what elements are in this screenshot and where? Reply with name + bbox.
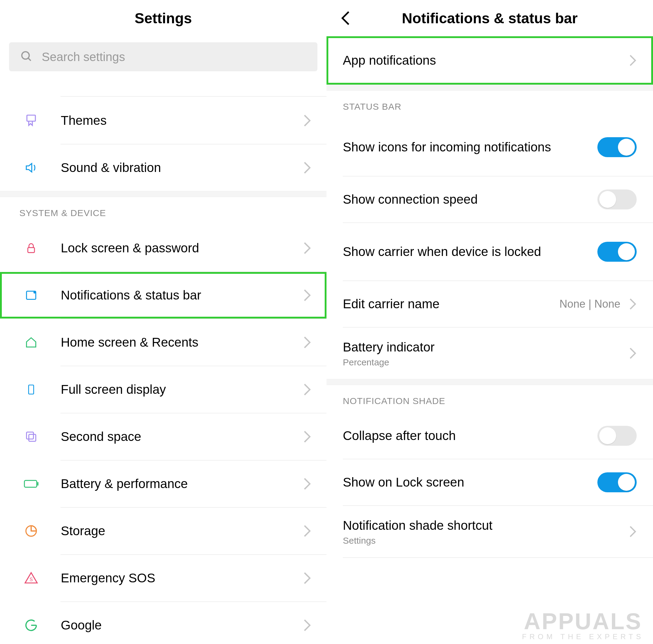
notification-bar-icon xyxy=(23,288,40,302)
chevron-right-icon xyxy=(303,336,311,349)
row-edit-carrier[interactable]: Edit carrier name None | None xyxy=(326,281,653,327)
toggle-switch[interactable] xyxy=(597,472,637,492)
settings-row-sound[interactable]: Sound & vibration xyxy=(0,145,326,191)
title-bar: Settings xyxy=(0,0,326,36)
page-title: Notifications & status bar xyxy=(402,10,577,27)
chevron-right-icon xyxy=(629,525,637,538)
chevron-right-icon xyxy=(303,242,311,255)
svg-rect-6 xyxy=(29,385,34,394)
svg-rect-9 xyxy=(24,480,37,487)
row-label: Home screen & Recents xyxy=(61,335,303,350)
chevron-right-icon xyxy=(303,114,311,127)
row-label: Edit carrier name xyxy=(343,296,560,312)
warning-icon: S xyxy=(23,571,40,585)
settings-row-storage[interactable]: Storage xyxy=(0,508,326,554)
chevron-right-icon xyxy=(303,524,311,538)
themes-icon xyxy=(23,113,40,128)
storage-icon xyxy=(23,524,40,538)
row-show-carrier[interactable]: Show carrier when device is locked xyxy=(326,223,653,280)
toggle-switch[interactable] xyxy=(597,137,637,157)
toggle-switch[interactable] xyxy=(597,426,637,446)
row-label: Notification shade shortcut xyxy=(343,517,629,534)
settings-row-fullscreen[interactable]: Full screen display xyxy=(0,366,326,413)
watermark: APPUALS FROM THE EXPERTS xyxy=(522,608,644,641)
battery-icon xyxy=(23,478,40,490)
toggle-switch[interactable] xyxy=(597,190,637,209)
toggle-switch[interactable] xyxy=(597,242,637,262)
phone-icon xyxy=(23,382,40,397)
row-label: Lock screen & password xyxy=(61,241,303,255)
settings-pane: Settings Search settings Themes Sound & … xyxy=(0,0,326,644)
row-collapse-touch[interactable]: Collapse after touch xyxy=(326,413,653,459)
settings-row-lockscreen[interactable]: Lock screen & password xyxy=(0,225,326,271)
divider xyxy=(343,557,653,558)
settings-row-battery[interactable]: Battery & performance xyxy=(0,461,326,507)
row-subtext: Percentage xyxy=(343,357,629,368)
row-label: Notifications & status bar xyxy=(61,288,303,302)
section-header-shade: NOTIFICATION SHADE xyxy=(326,385,653,413)
row-label: Storage xyxy=(61,524,303,538)
chevron-right-icon xyxy=(629,54,637,67)
row-label: Battery & performance xyxy=(61,476,303,491)
svg-rect-2 xyxy=(27,115,35,121)
lock-icon xyxy=(23,242,40,255)
row-label: Second space xyxy=(61,429,303,444)
watermark-subtext: FROM THE EXPERTS xyxy=(522,633,644,641)
page-title: Settings xyxy=(135,10,192,27)
row-subtext: Settings xyxy=(343,536,629,546)
spacer xyxy=(0,80,326,96)
row-shade-shortcut[interactable]: Notification shade shortcut Settings xyxy=(326,506,653,557)
row-label: Show on Lock screen xyxy=(343,474,597,491)
search-icon xyxy=(20,50,33,64)
row-label: Google xyxy=(61,618,303,633)
settings-row-notifications[interactable]: Notifications & status bar xyxy=(0,272,326,319)
svg-line-1 xyxy=(28,58,31,61)
chevron-right-icon xyxy=(629,347,637,360)
svg-rect-3 xyxy=(28,248,34,253)
search-input[interactable]: Search settings xyxy=(9,42,317,71)
svg-rect-8 xyxy=(29,434,36,441)
row-value: None | None xyxy=(560,298,620,311)
svg-rect-7 xyxy=(27,432,33,439)
row-label: Show icons for incoming notifications xyxy=(343,139,597,155)
settings-row-home[interactable]: Home screen & Recents xyxy=(0,319,326,366)
chevron-right-icon xyxy=(303,571,311,585)
google-icon xyxy=(23,618,40,632)
row-label: Emergency SOS xyxy=(61,571,303,585)
section-gap xyxy=(326,84,653,91)
row-label: Themes xyxy=(61,113,303,128)
notifications-pane: Notifications & status bar App notificat… xyxy=(326,0,653,644)
settings-row-google[interactable]: Google xyxy=(0,602,326,644)
chevron-right-icon xyxy=(303,430,311,443)
chevron-right-icon xyxy=(303,383,311,396)
row-label: Full screen display xyxy=(61,382,303,397)
row-connection-speed[interactable]: Show connection speed xyxy=(326,176,653,222)
svg-rect-10 xyxy=(37,482,39,485)
section-header-system: SYSTEM & DEVICE xyxy=(0,197,326,225)
row-label: Collapse after touch xyxy=(343,428,597,444)
svg-text:S: S xyxy=(30,577,33,582)
settings-row-second-space[interactable]: Second space xyxy=(0,414,326,460)
chevron-right-icon xyxy=(303,619,311,632)
row-battery-indicator[interactable]: Battery indicator Percentage xyxy=(326,328,653,379)
row-show-lockscreen[interactable]: Show on Lock screen xyxy=(326,460,653,505)
title-bar: Notifications & status bar xyxy=(326,0,653,36)
row-show-icons[interactable]: Show icons for incoming notifications xyxy=(326,119,653,176)
row-label: Battery indicator xyxy=(343,339,629,355)
section-header-status-bar: STATUS BAR xyxy=(326,91,653,119)
row-label: Show connection speed xyxy=(343,191,597,207)
chevron-right-icon xyxy=(303,289,311,302)
chevron-right-icon xyxy=(629,298,637,311)
section-gap xyxy=(0,191,326,197)
second-space-icon xyxy=(23,430,40,444)
row-label: Sound & vibration xyxy=(61,160,303,175)
settings-row-sos[interactable]: S Emergency SOS xyxy=(0,555,326,601)
chevron-right-icon xyxy=(303,161,311,174)
section-gap xyxy=(326,379,653,385)
svg-point-5 xyxy=(33,291,36,294)
home-icon xyxy=(23,336,40,349)
back-button[interactable] xyxy=(340,10,351,26)
row-app-notifications[interactable]: App notifications xyxy=(326,36,653,84)
row-label: Show carrier when device is locked xyxy=(343,244,597,260)
settings-row-themes[interactable]: Themes xyxy=(0,97,326,144)
